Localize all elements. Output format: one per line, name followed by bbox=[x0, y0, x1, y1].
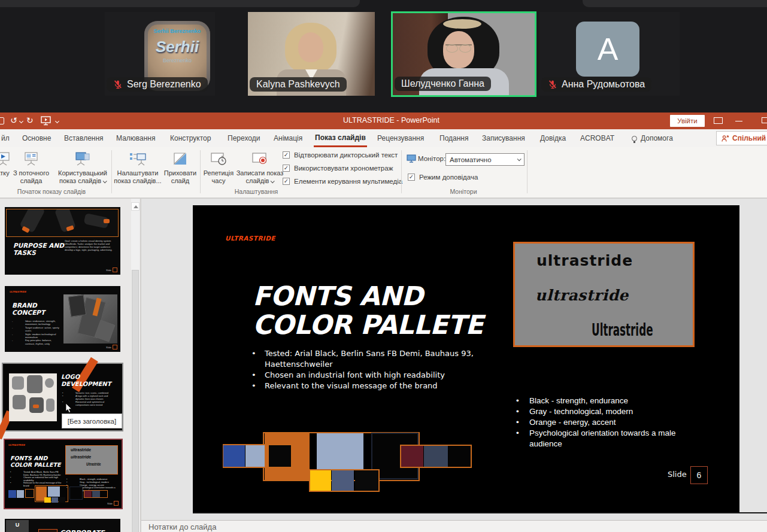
record-slideshow-button[interactable]: Записати показ слайдів bbox=[236, 150, 284, 188]
slide-thumbnail-3[interactable]: PURPOSE AND TASKS Goal: create a holisti… bbox=[5, 207, 120, 275]
bullet-item: •A logo with a stylized sock and dynamic… bbox=[62, 394, 116, 400]
media-controls-checkbox[interactable]: ✓ Елементи керування мультимедіа bbox=[283, 178, 402, 185]
color-swatch bbox=[8, 490, 16, 498]
custom-slideshow-button[interactable]: Користувацький показ слайдів bbox=[54, 150, 111, 188]
bullet-item: -Target audience: active, sporty users bbox=[12, 326, 61, 333]
button-label: Приховати слайд bbox=[160, 169, 200, 185]
from-current-slide-button[interactable]: З поточного слайда bbox=[10, 150, 53, 188]
presenter-view-checkbox[interactable]: ✓ Режим доповідача bbox=[408, 174, 478, 181]
tab-2[interactable]: Вставлення bbox=[63, 129, 105, 147]
ribbon-display-options-icon[interactable] bbox=[714, 117, 723, 124]
participant-tile-anna[interactable]: A Анна Рудомьотова bbox=[539, 12, 680, 96]
participant-tile-serg[interactable]: Serhii Bereznenko Serhii Bereznenko Serg… bbox=[105, 12, 215, 96]
share-icon bbox=[721, 135, 729, 142]
slideshow-icon[interactable] bbox=[41, 116, 51, 126]
scrollbar-thumb[interactable] bbox=[132, 270, 139, 532]
participant-name-label: Serg Bereznenko bbox=[107, 77, 208, 92]
thumbnail-image bbox=[63, 294, 117, 343]
tab-label: Рецензування bbox=[377, 134, 424, 142]
tab-3[interactable]: Малювання bbox=[115, 129, 156, 147]
tab-10[interactable]: Записування bbox=[481, 129, 526, 147]
participant-tile-sheludchenko[interactable]: Шелудченко Ганна bbox=[391, 11, 536, 97]
thumbnail-scrollbar[interactable] bbox=[131, 199, 140, 532]
slide-thumbnail-5[interactable]: LOGO DEVELOPMENT •Variants: text, iconic… bbox=[2, 363, 123, 431]
share-button-label: Спільний bbox=[732, 134, 766, 142]
avatar-letter: A bbox=[576, 22, 639, 77]
slide-thumbnail-4[interactable]: ULTRASTRIDE BRAND CONCEPT -Ideas: endura… bbox=[5, 286, 120, 352]
slide-number-label: Slide bbox=[668, 470, 687, 479]
color-swatch bbox=[317, 433, 363, 469]
thumbnail-body-text: Goal: create a holistic visual identity … bbox=[65, 239, 117, 251]
tab-label: Малювання bbox=[116, 134, 155, 142]
thumbnail-title: CORPORATE bbox=[60, 529, 104, 532]
participant-name: Kalyna Pashkevych bbox=[256, 79, 340, 90]
color-swatch bbox=[69, 487, 83, 500]
thumbnail-title: LOGO DEVELOPMENT bbox=[61, 373, 115, 387]
slide-6[interactable]: ULTRASTRIDE FONTS AND COLOR PALLETE •Tes… bbox=[193, 205, 739, 512]
setup-show-icon bbox=[128, 150, 147, 168]
color-swatch bbox=[355, 470, 378, 491]
chevron-down-icon bbox=[271, 179, 275, 183]
timings-checkbox[interactable]: ✓ Використовувати хронометраж bbox=[283, 165, 393, 172]
powerpoint-window: ↺ ↻ ULTRASTRIDE - PowerPoint Увійти йлОс… bbox=[0, 113, 767, 532]
participant-tile-kalyna[interactable]: Kalyna Pashkevych bbox=[248, 12, 375, 96]
record-icon bbox=[251, 150, 269, 168]
tab-6[interactable]: Анімація bbox=[272, 129, 304, 147]
color-swatch bbox=[448, 446, 471, 467]
chevron-down-icon[interactable] bbox=[19, 119, 23, 123]
checkbox-label: Використовувати хронометраж bbox=[294, 165, 393, 172]
checkbox-label: Елементи керування мультимедіа bbox=[294, 178, 402, 185]
share-button[interactable]: Спільний bbox=[716, 131, 767, 145]
slide-thumbnail-7[interactable]: U CORPORATE bbox=[5, 519, 120, 532]
horizontal-divider bbox=[193, 512, 767, 513]
tab-1[interactable]: Основне bbox=[21, 129, 52, 147]
customize-qat-icon[interactable] bbox=[55, 119, 59, 123]
button-label: атку bbox=[0, 169, 10, 177]
tab-4[interactable]: Конструктор bbox=[169, 129, 212, 147]
color-swatch bbox=[401, 446, 423, 467]
hide-slide-button[interactable]: Приховати слайд bbox=[160, 150, 200, 188]
color-swatch bbox=[17, 490, 24, 498]
slide-number-badge: Slide bbox=[106, 345, 117, 349]
tab-9[interactable]: Подання bbox=[438, 129, 469, 147]
redo-icon[interactable]: ↻ bbox=[26, 115, 34, 125]
tab-12[interactable]: ACROBAT bbox=[579, 129, 616, 147]
color-palette-graphic bbox=[193, 205, 739, 512]
minimize-icon[interactable] bbox=[735, 121, 742, 121]
notes-pane[interactable]: Нотатки до слайда bbox=[141, 521, 767, 532]
tab-label: Допомога bbox=[641, 134, 673, 142]
tab-11[interactable]: Довідка bbox=[539, 129, 567, 147]
narration-checkbox[interactable]: ✓ Відтворювати дикторський текст bbox=[283, 151, 398, 159]
color-swatch bbox=[25, 489, 34, 498]
tab-label: Показ слайдів bbox=[315, 133, 366, 142]
tab-label: Подання bbox=[439, 134, 468, 142]
tab-5[interactable]: Переходи bbox=[226, 129, 261, 147]
color-swatch bbox=[245, 445, 265, 467]
save-icon[interactable] bbox=[0, 117, 4, 124]
setup-slideshow-button[interactable]: Налаштувати показ слайдів... bbox=[114, 150, 162, 188]
ribbon-group-divider bbox=[111, 150, 112, 193]
monitor-dropdown[interactable]: Автоматично bbox=[445, 153, 525, 166]
participant-name: Шелудченко Ганна bbox=[401, 78, 484, 89]
tab-7[interactable]: Показ слайдів bbox=[314, 129, 367, 147]
rehearse-timings-button[interactable]: Репетиція часу bbox=[201, 150, 236, 188]
restore-icon[interactable] bbox=[762, 117, 767, 123]
monitor-label: Монітор: bbox=[418, 155, 445, 162]
tab-8[interactable]: Рецензування bbox=[376, 129, 425, 147]
participant-name-label: Анна Рудомьотова bbox=[541, 77, 651, 92]
tab-13[interactable]: Допомога bbox=[630, 129, 674, 147]
undo-icon[interactable]: ↺ bbox=[10, 115, 17, 125]
monitor-icon bbox=[407, 154, 416, 163]
slide-canvas: ULTRASTRIDE FONTS AND COLOR PALLETE •Tes… bbox=[141, 199, 767, 532]
thumbnail-image bbox=[9, 373, 57, 421]
checkbox-label: Режим доповідача bbox=[419, 174, 478, 181]
color-swatch bbox=[332, 470, 354, 491]
scroll-up-icon[interactable] bbox=[131, 202, 140, 211]
button-label: Користувацький показ слайдів bbox=[54, 169, 111, 185]
thumbnail-title: BRAND CONCEPT bbox=[12, 302, 60, 316]
slide-thumbnail-6-selected[interactable]: ULTRASTRIDE FONTS AND COLOR PALLETE •Tes… bbox=[4, 439, 123, 509]
sign-in-button[interactable]: Увійти bbox=[670, 115, 705, 127]
tab-0[interactable]: йл bbox=[0, 129, 11, 147]
slide-number-badge: Slide bbox=[107, 501, 119, 506]
chevron-down-icon bbox=[517, 157, 522, 161]
